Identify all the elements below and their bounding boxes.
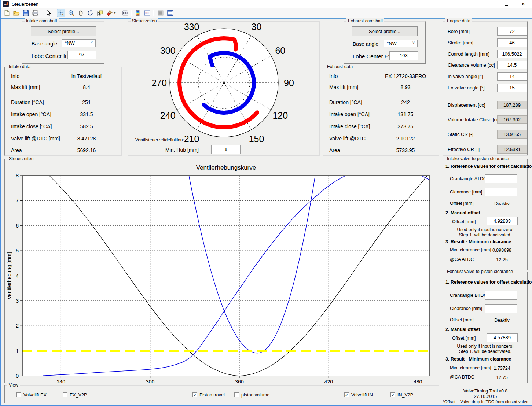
y-tick-label: 0 [16, 373, 19, 379]
engine-input-label: Clearance volume [cc] [448, 62, 495, 68]
open-file-button[interactable] [12, 9, 21, 17]
x-tick-label: 240 [57, 379, 66, 383]
offset-status: Deaktiv [484, 318, 520, 323]
maximize-icon [505, 3, 508, 6]
data-row-value: 373.75 [374, 123, 437, 129]
intake-select-profile-button[interactable]: Select profile... [31, 26, 96, 36]
crankangle-input[interactable] [485, 174, 517, 183]
section-1-heading: 1. Reference values for offset calculati… [445, 164, 532, 169]
edit-arrow-button[interactable] [44, 9, 52, 17]
data-row-label: Valve lift @DTC [mm] [11, 136, 60, 141]
zoom-in-button[interactable] [57, 9, 65, 17]
clearance-label: Clearance [mm] [450, 189, 482, 195]
clearance-input[interactable] [485, 188, 517, 196]
crankangle-input[interactable] [485, 291, 517, 300]
y-tick-label: 5 [16, 248, 19, 254]
checkbox-icon[interactable] [234, 392, 239, 397]
data-row-label: Area [11, 147, 22, 153]
chevron-down-icon: ˅ [411, 40, 417, 46]
exhaust-select-profile-button[interactable]: Select profile... [352, 26, 418, 36]
print-button[interactable] [31, 9, 40, 17]
brush-button[interactable] [105, 9, 114, 17]
intake-base-angle-select[interactable]: °NW ˅ [62, 39, 96, 47]
engine-input-label: In valve angle [°] [448, 74, 483, 79]
panel-intake-data: Intake data InfoIn TestverlaufMax lift [… [4, 67, 122, 156]
save-button[interactable] [22, 9, 30, 17]
engine-input-field[interactable]: 15 [497, 84, 527, 92]
data-row-label: Duration [°CA] [11, 99, 44, 105]
engine-input-field[interactable]: 14.5 [497, 61, 527, 69]
minimize-button[interactable] [481, 0, 498, 8]
insert-colorbar-button[interactable] [133, 9, 142, 17]
intake-lobe-center-input[interactable]: 97 [67, 51, 96, 59]
valve-timing-polar-chart[interactable]: 0306090120150180210240270300330 [128, 22, 319, 143]
engine-input-label: Ex valve angle [°] [448, 85, 485, 91]
polar-chart-svg[interactable]: 0306090120150180210240270300330 [128, 22, 319, 143]
data-row-label: Intake open [°CA] [329, 111, 370, 117]
toolbar-separator [55, 10, 55, 16]
rotate-3d-button[interactable] [86, 9, 95, 17]
checkbox-label: Valvelift EX [23, 392, 47, 398]
min-clearance-value: 0.898898 [484, 248, 520, 253]
ca-value: 12.75 [484, 375, 520, 380]
matlab-icon [3, 1, 9, 7]
data-row-label: Intake close [°CA] [329, 123, 370, 129]
pan-hand-button[interactable] [77, 9, 85, 17]
checkbox-icon[interactable]: ✓ [390, 392, 395, 397]
hide-plot-tools-button[interactable] [157, 9, 165, 17]
data-row-value: 131.75 [374, 111, 437, 117]
engine-input-label: Conrod length [mm] [448, 51, 489, 57]
panel-title: Exhaust valve-to-piston clearance [445, 269, 514, 274]
engine-output-label: Static CR [-] [448, 132, 473, 137]
ca-label: @CA ATDC [450, 257, 474, 262]
window-title: Steuerzeiten [12, 1, 38, 7]
section-1-heading: 1. Reference values for offset calculati… [445, 280, 532, 285]
data-row-label: Info [11, 73, 19, 79]
link-plots-button[interactable] [121, 9, 129, 17]
checkbox-icon[interactable] [16, 392, 21, 397]
manual-offset-input[interactable]: 4.57889 [487, 333, 518, 342]
polar-angle-label: 300 [160, 45, 176, 56]
line-chart-svg[interactable]: 240300360420480012345678Ventilerhebungsk… [5, 159, 439, 383]
ca-value: 12.25 [484, 257, 520, 262]
checkbox-label: piston volume [241, 392, 269, 398]
engine-input-field[interactable]: 46 [497, 38, 527, 47]
exhaust-base-angle-select[interactable]: °NW ˅ [384, 40, 418, 47]
polar-angle-label: 210 [184, 134, 199, 143]
engine-input-field[interactable]: 14 [497, 72, 527, 81]
data-row-label: Area [329, 147, 340, 153]
new-file-button[interactable] [3, 9, 11, 17]
data-row-value: EX 12720-33ERO [374, 73, 437, 79]
checkbox-icon[interactable] [63, 392, 67, 397]
close-button[interactable]: ✕ [515, 0, 532, 8]
chevron-down-icon: ˅ [89, 40, 95, 46]
valve-lift-chart[interactable]: 240300360420480012345678Ventilerhebungsk… [5, 159, 439, 383]
brush-dropdown-caret[interactable]: ▾ [114, 11, 116, 15]
clearance-input[interactable] [485, 304, 517, 313]
manual-offset-label: Offset [mm] [452, 219, 476, 224]
engine-input-field[interactable]: 106.5022 [497, 50, 527, 58]
section-3-heading: 3. Result - Minimum clearance [445, 239, 511, 244]
manual-offset-input[interactable]: 4.92883 [487, 217, 518, 225]
checkbox-label: Valvelift IN [351, 392, 373, 398]
checkbox-icon[interactable]: ✓ [192, 392, 197, 397]
insert-legend-button[interactable] [143, 9, 151, 17]
show-plot-tools-button[interactable] [166, 9, 175, 17]
crankangle-label: Crankangle BTDC [450, 293, 487, 298]
checkbox-label: Piston travel [199, 392, 225, 398]
polar-angle-label: 240 [160, 110, 176, 121]
checkbox-icon[interactable]: ✓ [344, 392, 349, 397]
min-hub-input[interactable]: 1 [211, 145, 241, 154]
manual-offset-label: Offset [mm] [452, 336, 476, 341]
data-cursor-button[interactable] [96, 9, 104, 17]
exhaust-lobe-center-input[interactable]: 103 [389, 51, 418, 60]
panel-title: Intake camshaft [25, 18, 59, 23]
app-version-text: ValveTiming Tool v0.8 [441, 388, 529, 394]
engine-input-field[interactable]: 72 [497, 27, 527, 36]
toolbar-separator [42, 10, 42, 16]
zoom-out-button[interactable] [67, 9, 76, 17]
data-row-value: 582.5 [55, 123, 118, 129]
offset-label: Offset [mm] [450, 201, 473, 206]
maximize-button[interactable] [498, 0, 515, 8]
data-row-value: 251 [55, 99, 118, 105]
